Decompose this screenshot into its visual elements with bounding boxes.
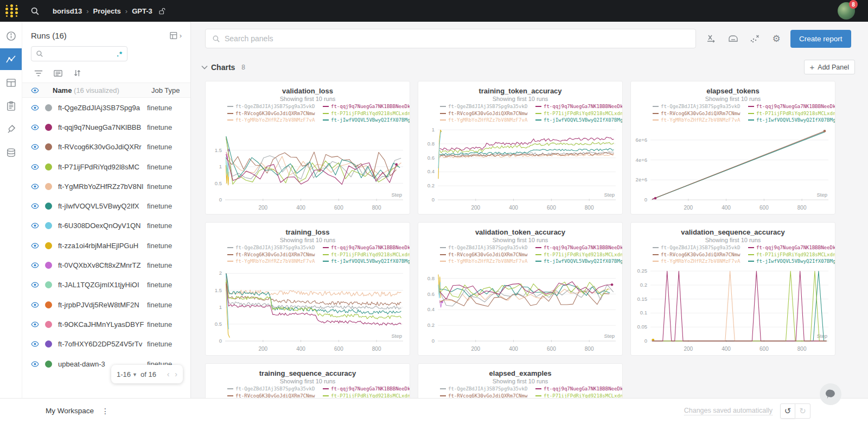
x-axis-settings-icon[interactable] [706, 33, 717, 44]
legend-entry[interactable]: ft-jIwfVOQVL5VBwyQ2IfX07BMg [748, 117, 835, 124]
run-row[interactable]: ft-jIwfVOQVL5VBwyQ2IfXfinetune [22, 196, 190, 216]
chart-plot[interactable]: 00.20.40.60.8200400600800Step [418, 265, 622, 353]
legend-entry[interactable]: ft-P71ijFPdRiYqd9218sMCLxdn [535, 110, 622, 117]
run-visibility-eye-icon[interactable] [31, 320, 45, 329]
legend-entry[interactable]: ft-jIwfVOQVL5VBwyQ2IfX07BMg [535, 117, 622, 124]
legend-entry[interactable]: ft-qqj9q7NuegGa7NK1BBBNeeDk [323, 244, 410, 251]
add-panel-button[interactable]: +Add Panel [804, 60, 855, 74]
create-report-button[interactable]: Create report [790, 30, 851, 48]
run-row[interactable]: ft-0VQXbXv8Cft8xZMnrTZfinetune [22, 255, 190, 275]
legend-entry[interactable]: ft-P71ijFPdRiYqd9218sMCLxdn [323, 251, 410, 258]
chart-plot[interactable]: 00.050.10.150.20.25200400600800Step [631, 265, 835, 353]
legend-entry[interactable]: ft-RVcog6K30vGoJdiQXRm7CNmw [440, 110, 535, 117]
legend-entry[interactable]: ft-P71ijFPdRiYqd9218sMCLxdn [535, 393, 622, 399]
run-visibility-eye-icon[interactable] [31, 202, 45, 210]
legend-entry[interactable]: ft-RVcog6K30vGoJdiQXRm7CNmw [653, 251, 748, 258]
pagination-prev-icon[interactable]: ‹ [167, 370, 170, 378]
table-tab-icon[interactable] [0, 72, 22, 93]
run-name[interactable]: ft-7ofHXY6D2DP5Z4V5rTv [58, 340, 144, 348]
outliers-icon[interactable] [749, 33, 760, 44]
legend-entry[interactable]: ft-jIwfVOQVL5VBwyQ2IfX07BMg [323, 117, 410, 124]
run-name[interactable]: ft-qqj9q7NuegGa7NKlBBB [58, 123, 144, 131]
legend-entry[interactable]: ft-jIwfVOQVL5VBwyQ2IfX07BMg [748, 258, 835, 265]
run-row[interactable]: ft-7ofHXY6D2DP5Z4V5rTvfinetune [22, 334, 190, 354]
runs-search-input[interactable] [47, 50, 117, 58]
pagination-next-icon[interactable]: › [175, 370, 177, 378]
overview-tab-info-icon[interactable] [0, 25, 22, 47]
run-row[interactable]: ft-RVcog6K30vGoJdiQXRrfinetune [22, 137, 190, 157]
chart-plot[interactable]: 00.511.5200400600800Step [206, 124, 410, 212]
run-visibility-eye-icon[interactable] [31, 261, 45, 269]
legend-entry[interactable]: ft-qqj9q7NuegGa7NK1BBBNeeDk [535, 103, 622, 110]
settings-gear-icon[interactable]: ⚙ [771, 33, 782, 44]
run-name[interactable]: ft-QgeZBdJIAj3SB7Spg9a [58, 104, 144, 112]
chart-plot[interactable]: 02e+64e+66e+6200400600800Step [631, 124, 835, 212]
legend-entry[interactable]: ft-QgeZBdJIAj3SB7Spg9a35vkD [227, 386, 323, 393]
legend-entry[interactable]: ft-qqj9q7NuegGa7NK1BBBNeeDk [748, 244, 835, 251]
chart-plot[interactable]: 00.20.40.60.81200400600800Step [418, 124, 622, 212]
legend-entry[interactable]: ft-qqj9q7NuegGa7NK1BBBNeeDk [748, 103, 835, 110]
legend-entry[interactable]: ft-YgMRbYoZHfRZz7bV8NMzF7vA [227, 117, 323, 124]
chart-plot[interactable]: 00.511.52200400600800Step [206, 265, 410, 353]
legend-entry[interactable]: ft-RVcog6K30vGoJdiQXRm7CNmw [227, 393, 323, 399]
undo-button[interactable]: ↺ [780, 403, 795, 419]
run-row[interactable]: ft-QgeZBdJIAj3SB7Spg9afinetune [22, 98, 190, 117]
run-name[interactable]: ft-zza1oi4rbjMaHEjlPGuH [58, 242, 144, 250]
run-visibility-eye-icon[interactable] [31, 360, 45, 368]
legend-entry[interactable]: ft-QgeZBdJIAj3SB7Spg9a35vkD [440, 103, 535, 110]
notification-badge[interactable]: 8 [849, 0, 858, 9]
charts-section-title[interactable]: Charts [211, 63, 235, 72]
legend-entry[interactable]: ft-qqj9q7NuegGa7NK1BBBNeeDk [323, 103, 410, 110]
chart-panel[interactable]: validation_token_accuracyShowing first 1… [418, 222, 623, 356]
breadcrumb-projects[interactable]: Projects [93, 7, 121, 15]
run-row[interactable]: ft-YgMRbYoZHfRZz7bV8Nlfinetune [22, 176, 190, 196]
legend-entry[interactable]: ft-QgeZBdJIAj3SB7Spg9a35vkD [227, 244, 323, 251]
run-name[interactable]: ft-P71ijFPdRiYqd92l8sMC [58, 163, 144, 171]
legend-entry[interactable]: ft-YgMRbYoZHfRZz7bV8NMzF7vA [440, 258, 535, 265]
run-row[interactable]: ft-9OKCaJHMnYLyasDBYFfinetune [22, 314, 190, 334]
chart-panel[interactable]: validation_lossShowing first 10 runsft-Q… [205, 81, 410, 214]
legend-entry[interactable]: ft-QgeZBdJIAj3SB7Spg9a35vkD [440, 244, 535, 251]
legend-entry[interactable]: ft-P71ijFPdRiYqd9218sMCLxdn [535, 251, 622, 258]
legend-entry[interactable]: ft-RVcog6K30vGoJdiQXRm7CNmw [227, 110, 323, 117]
run-visibility-eye-icon[interactable] [31, 163, 45, 171]
legend-entry[interactable]: ft-qqj9q7NuegGa7NK1BBBNeeDk [535, 244, 622, 251]
panel-search-input[interactable] [225, 34, 689, 43]
chart-panel[interactable]: elapsed_tokensShowing first 10 runsft-Qg… [630, 81, 835, 214]
run-name[interactable]: ft-RVcog6K30vGoJdiQXRr [58, 143, 144, 151]
legend-entry[interactable]: ft-QgeZBdJIAj3SB7Spg9a35vkD [440, 386, 535, 393]
run-visibility-eye-icon[interactable] [31, 281, 45, 289]
run-visibility-eye-icon[interactable] [31, 301, 45, 309]
wandb-logo[interactable] [4, 4, 18, 17]
workspace-menu-kebab-icon[interactable]: ⋮ [101, 407, 109, 415]
legend-entry[interactable]: ft-YgMRbYoZHfRZz7bV8NMzF7vA [653, 117, 748, 124]
run-visibility-eye-icon[interactable] [31, 143, 45, 151]
run-visibility-eye-icon[interactable] [31, 182, 45, 191]
run-name[interactable]: ft-jIwfVOQVL5VBwyQ2IfX [58, 202, 144, 210]
run-name[interactable]: ft-JAL1TQZGjmIX1tjyHiOI [58, 281, 144, 289]
filter-icon[interactable] [34, 69, 43, 77]
chart-panel[interactable]: training_token_accuracyShowing first 10 … [418, 81, 623, 214]
runs-column-name[interactable]: Name [53, 86, 72, 94]
pagination-range-dropdown[interactable]: 1-16 [117, 370, 131, 378]
smoothing-icon[interactable] [727, 33, 738, 44]
legend-entry[interactable]: ft-qqj9q7NuegGa7NK1BBBNeeDk [323, 386, 410, 393]
chart-panel[interactable]: training_lossShowing first 10 runsft-Qge… [205, 222, 410, 356]
legend-entry[interactable]: ft-YgMRbYoZHfRZz7bV8NMzF7vA [653, 258, 748, 265]
charts-tab-line-chart-icon[interactable] [0, 48, 22, 70]
legend-entry[interactable]: ft-qqj9q7NuegGa7NK1BBBNeeDk [535, 386, 622, 393]
legend-entry[interactable]: ft-RVcog6K30vGoJdiQXRm7CNmw [440, 393, 535, 399]
run-visibility-eye-icon[interactable] [31, 104, 45, 112]
chat-support-button[interactable] [820, 383, 841, 405]
breadcrumb-user[interactable]: borisd13 [53, 7, 82, 15]
legend-entry[interactable]: ft-jIwfVOQVL5VBwyQ2IfX07BMg [323, 258, 410, 265]
group-icon[interactable] [54, 69, 62, 77]
chart-panel[interactable]: elapsed_examplesShowing first 10 runsft-… [418, 363, 623, 398]
legend-entry[interactable]: ft-QgeZBdJIAj3SB7Spg9a35vkD [227, 103, 323, 110]
runs-table-expand-icon[interactable]: › [170, 31, 182, 40]
logs-tab-clipboard-icon[interactable] [0, 95, 22, 117]
legend-entry[interactable]: ft-YgMRbYoZHfRZz7bV8NMzF7vA [227, 258, 323, 265]
sweeps-tab-broom-icon[interactable] [0, 118, 22, 140]
run-row[interactable]: ft-jrpbPJVdj5ReW8tMF2Nfinetune [22, 295, 190, 314]
legend-entry[interactable]: ft-RVcog6K30vGoJdiQXRm7CNmw [440, 251, 535, 258]
